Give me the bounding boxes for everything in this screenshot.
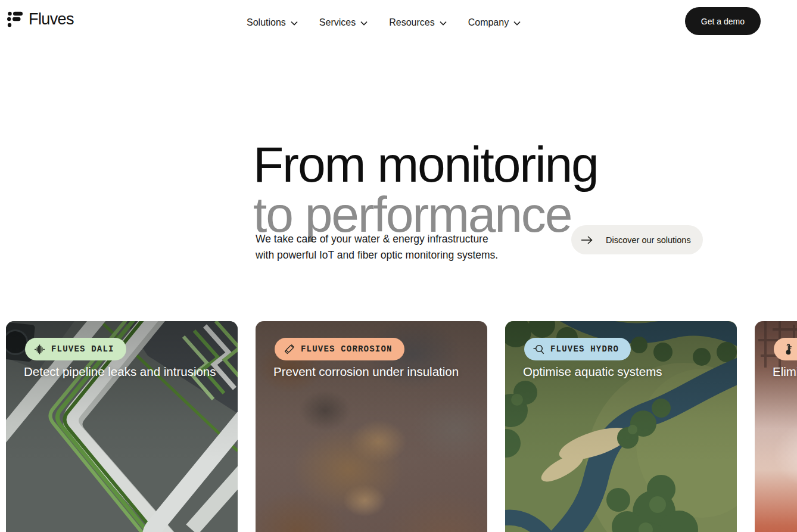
solution-card-hydro[interactable]: FLUVES HYDRO Optimise aquatic systems [505,321,737,532]
pipe-elbow-icon [284,344,295,355]
nav-item-solutions[interactable]: Solutions [247,17,298,28]
badge-label: FLUVES HYDRO [550,344,619,354]
discover-solutions-button[interactable]: Discover our solutions [571,225,703,254]
nav-item-company[interactable]: Company [468,17,521,28]
badge-fluves-corrosion: FLUVES CORROSION [275,338,404,360]
nav-label: Solutions [247,17,286,28]
nav-item-services[interactable]: Services [319,17,368,28]
thermometer-icon [783,344,794,355]
waveform-icon [34,344,45,355]
card-title: Prevent corrosion under insulation [273,365,459,379]
chevron-down-icon [440,21,447,26]
hero-title: From monitoring to performance [253,139,598,239]
solution-card-dali[interactable]: FLUVES DALI Detect pipeline leaks and in… [6,321,238,532]
nav-label: Services [319,17,356,28]
nav-label: Company [468,17,509,28]
magnifier-icon [533,344,544,355]
solution-card-corrosion[interactable]: FLUVES CORROSION Prevent corrosion under… [256,321,487,532]
card-title: Detect pipeline leaks and intrusions [24,365,216,379]
hero-subtitle-line1: We take care of your water & energy infr… [256,231,498,247]
main-nav: Solutions Services Resources Company [247,0,521,45]
hero-subtitle: We take care of your water & energy infr… [256,231,498,263]
badge-label: FLUVES CORROSION [301,344,393,354]
chevron-down-icon [513,21,521,26]
badge-fluves-dali: FLUVES DALI [25,338,126,360]
chevron-down-icon [291,21,298,26]
fluves-logo[interactable]: Fluves [7,10,74,29]
fluves-logo-icon [7,11,23,29]
solution-card-heat[interactable]: FLUVES HEAT Eliminate heat losses [755,321,797,532]
hero-subtitle-line2: with powerful IoT and fiber optic monito… [256,247,498,263]
nav-item-resources[interactable]: Resources [389,17,446,28]
badge-fluves-hydro: FLUVES HYDRO [524,338,631,360]
brand-name: Fluves [29,10,74,29]
chevron-down-icon [360,21,368,26]
arrow-right-icon [581,235,593,245]
discover-solutions-label: Discover our solutions [606,235,691,245]
hero-title-line1: From monitoring [253,139,598,189]
card-title: Eliminate heat losses [773,365,797,379]
card-title: Optimise aquatic systems [523,365,662,379]
solutions-card-row: FLUVES DALI Detect pipeline leaks and in… [6,321,797,532]
badge-fluves-heat: FLUVES HEAT [774,338,797,360]
header: Fluves Solutions Services Resources Comp… [0,0,797,45]
get-a-demo-button[interactable]: Get a demo [685,7,761,35]
nav-label: Resources [389,17,434,28]
badge-label: FLUVES DALI [51,344,114,354]
